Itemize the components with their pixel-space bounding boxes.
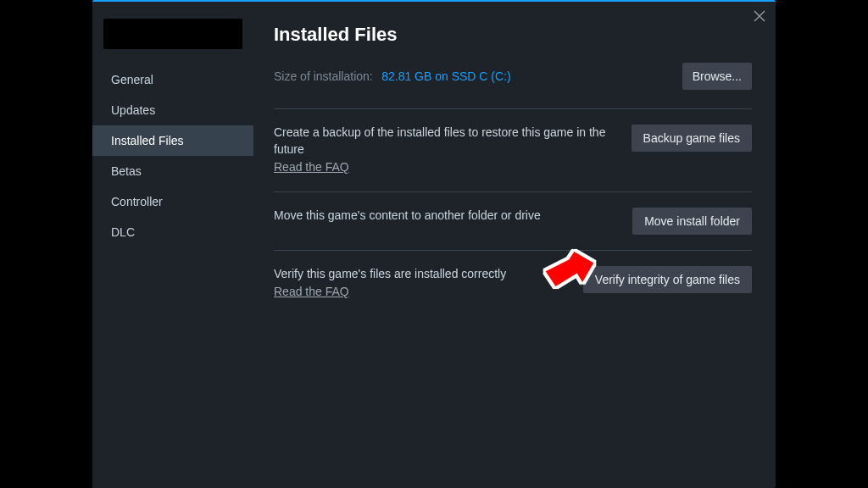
move-install-folder-button[interactable]: Move install folder	[632, 208, 752, 235]
content-panel: Installed Files Size of installation: 82…	[253, 2, 776, 488]
close-button[interactable]	[750, 7, 769, 25]
browse-button[interactable]: Browse...	[682, 63, 752, 90]
verify-description: Verify this game's files are installed c…	[274, 266, 570, 301]
sidebar-item-dlc[interactable]: DLC	[92, 217, 253, 247]
sidebar-item-betas[interactable]: Betas	[92, 156, 253, 186]
sidebar-item-controller[interactable]: Controller	[92, 186, 253, 217]
move-description: Move this game's content to another fold…	[274, 208, 609, 225]
backup-faq-link[interactable]: Read the FAQ	[274, 159, 349, 176]
installation-size-row: Size of installation: 82.81 GB on SSD C …	[274, 63, 752, 90]
backup-game-files-button[interactable]: Backup game files	[632, 125, 752, 152]
sidebar-item-updates[interactable]: Updates	[92, 95, 253, 125]
verify-faq-link[interactable]: Read the FAQ	[274, 284, 349, 301]
move-text: Move this game's content to another fold…	[274, 208, 541, 222]
size-label: Size of installation:	[274, 69, 373, 83]
game-title-redacted	[103, 19, 242, 49]
page-title: Installed Files	[274, 24, 752, 46]
verify-text: Verify this game's files are installed c…	[274, 267, 506, 280]
sidebar: General Updates Installed Files Betas Co…	[92, 2, 253, 488]
backup-text: Create a backup of the installed files t…	[274, 125, 605, 156]
close-icon	[754, 10, 765, 22]
sidebar-item-installed-files[interactable]: Installed Files	[92, 125, 253, 156]
sidebar-item-general[interactable]: General	[92, 64, 253, 95]
properties-window: General Updates Installed Files Betas Co…	[92, 0, 776, 488]
size-value[interactable]: 82.81 GB on SSD C (C:)	[381, 69, 511, 83]
move-row: Move this game's content to another fold…	[274, 191, 752, 250]
backup-description: Create a backup of the installed files t…	[274, 125, 609, 176]
verify-row: Verify this game's files are installed c…	[274, 250, 752, 316]
backup-row: Create a backup of the installed files t…	[274, 108, 752, 191]
verify-integrity-button[interactable]: Verify integrity of game files	[583, 266, 752, 293]
